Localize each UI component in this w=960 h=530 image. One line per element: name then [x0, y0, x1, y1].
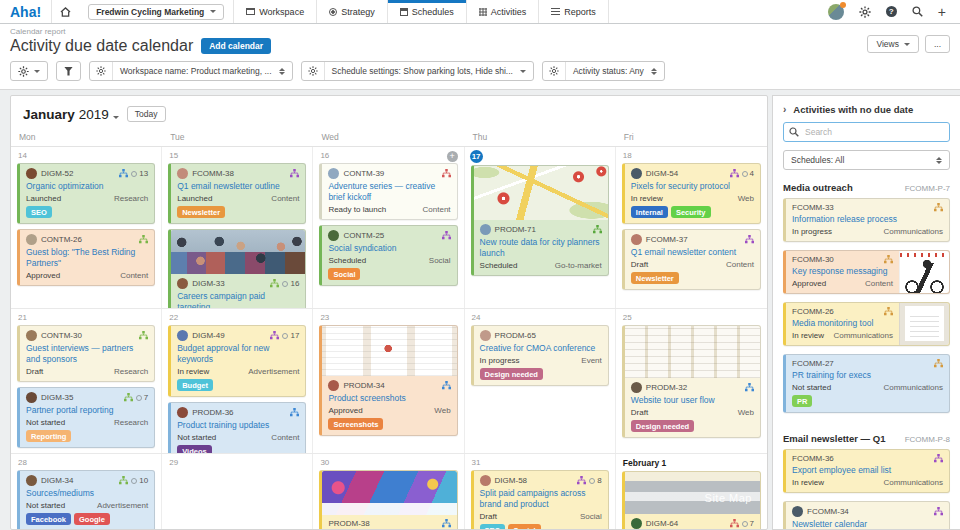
schedules-filter-select[interactable]: Schedules: All [783, 150, 950, 170]
card-prodm-65[interactable]: PRODM-65 Creative for CMOA conference In… [471, 325, 609, 386]
card-title-link[interactable]: Product training updates [177, 420, 299, 431]
card-digm-64[interactable]: Site Map DIGM-64 7 [622, 471, 761, 529]
card-prodm-32[interactable]: PRODM-32 Website tour user flow Draft We… [622, 325, 761, 438]
comment-count: 10 [131, 476, 148, 485]
card-prodm-38[interactable]: PRODM-38 [319, 470, 457, 529]
card-title-link[interactable]: Creative for CMOA conference [480, 343, 602, 354]
section-code: FCOMM-P-7 [905, 184, 950, 193]
avatar [328, 168, 339, 179]
card-title-link[interactable]: Organic optimization [26, 181, 148, 192]
tab-reports[interactable]: Reports [538, 0, 609, 23]
card-tags: Reporting [26, 430, 148, 442]
card-contm-26[interactable]: CONTM-26 Guest blog: "The Best Riding Pa… [17, 229, 155, 286]
calendar-day-cell[interactable]: 24 PRODM-65 Creative for CMOA conference… [465, 309, 616, 453]
user-avatar[interactable] [828, 4, 844, 20]
card-fcomm-26[interactable]: FCOMM-26 Media monitoring tool In review… [783, 302, 950, 346]
card-title-link[interactable]: Q1 email newsletter content [631, 247, 754, 258]
card-title-link[interactable]: Guest interviews — partners and sponsors [26, 343, 148, 365]
chevron-down-icon [904, 43, 910, 46]
settings-button[interactable] [859, 6, 871, 18]
card-title-link[interactable]: Q1 email newsletter outline [177, 181, 299, 192]
calendar-day-cell[interactable]: 31 DIGM-58 8 Split paid campaigns acro [465, 454, 616, 529]
card-title-link[interactable]: Guest blog: "The Best Riding Partners" [26, 247, 148, 269]
card-title-link[interactable]: New route data for city planners launch [480, 237, 602, 259]
filter-button[interactable] [56, 61, 81, 81]
calendar-day-cell[interactable]: 28 DIGM-34 10 Sources/mediums [11, 454, 162, 529]
calendar-day-cell[interactable]: 17 PRODM-71 New route data for city plan… [465, 147, 616, 308]
card-status: Scheduled [480, 261, 518, 270]
card-title-link[interactable]: Partner portal reporting [26, 405, 148, 416]
avatar [26, 168, 37, 179]
more-options-button[interactable]: ... [925, 35, 950, 53]
home-button[interactable] [51, 0, 79, 23]
today-button[interactable]: Today [127, 106, 166, 122]
card-prodm-34[interactable]: PRODM-34 Product screenshots Approved We… [319, 325, 457, 436]
card-fcomm-34[interactable]: FCOMM-34 Newsletter calendar In progress… [783, 501, 950, 529]
report-settings-button[interactable] [10, 61, 48, 81]
card-title-link[interactable]: Budget approval for new keywords [177, 343, 299, 365]
card-digm-34[interactable]: DIGM-34 10 Sources/mediums Not started A… [17, 470, 155, 529]
calendar-day-cell[interactable]: 18 DIGM-54 4 Pixels for security proto [616, 147, 767, 308]
card-digm-33[interactable]: DIGM-33 16 Careers campaign paid targeti… [168, 229, 306, 308]
card-title-link[interactable]: Information release process [792, 214, 943, 225]
calendar-day-cell[interactable]: 22 DIGM-49 17 Budget approval for new [162, 309, 313, 453]
card-title-link[interactable]: Adventure series — creative brief kickof… [328, 181, 450, 203]
card-title-link[interactable]: Product screenshots [328, 393, 450, 404]
card-title-link[interactable]: Newsletter calendar [792, 519, 943, 529]
calendar-day-cell[interactable]: 16 + CONTM-39 Adventure series — creativ… [313, 147, 464, 308]
calendar-day-cell[interactable]: 15 FCOMM-38 Q1 email newsletter outline … [162, 147, 313, 308]
calendar-day-cell[interactable]: 25 PRODM-32 Website tour user flow Draft… [616, 309, 767, 453]
help-icon[interactable]: ? [886, 6, 897, 17]
filter-chip-activity-status[interactable]: Activity status: Any [542, 61, 665, 81]
collapse-panel-icon[interactable]: › [783, 104, 786, 115]
card-title-link[interactable]: PR training for execs [792, 370, 943, 381]
card-contm-30[interactable]: CONTM-30 Guest interviews — partners and… [17, 325, 155, 382]
card-title-link[interactable]: Social syndication [328, 243, 450, 254]
calendar-day-cell[interactable]: 30 PRODM-38 [313, 454, 464, 529]
filter-chip-workspace-name[interactable]: Workspace name: Product marketing, ... [89, 61, 293, 81]
tab-schedules[interactable]: Schedules [387, 0, 466, 23]
card-digm-58[interactable]: DIGM-58 8 Split paid campaigns across br… [471, 470, 609, 529]
card-fcomm-36[interactable]: FCOMM-36 Export employee email list In r… [783, 449, 950, 493]
filter-chip-schedule-settings[interactable]: Schedule settings: Show parking lots, Hi… [301, 61, 534, 81]
card-fcomm-37[interactable]: FCOMM-37 Q1 email newsletter content Dra… [622, 229, 761, 290]
card-digm-49[interactable]: DIGM-49 17 Budget approval for new keywo… [168, 325, 306, 397]
calendar-day-cell[interactable]: 14 DIGM-52 13 Organic optimization [11, 147, 162, 308]
tab-workspace[interactable]: Workspace [233, 0, 316, 23]
tab-activities[interactable]: Activities [466, 0, 539, 23]
card-title-link[interactable]: Pixels for security protocol [631, 181, 754, 192]
add-calendar-button[interactable]: Add calendar [201, 38, 271, 54]
card-title-link[interactable]: Careers campaign paid targeting [177, 291, 299, 308]
calendar-day-cell[interactable]: 29 [162, 454, 313, 529]
workspace-selector[interactable]: Fredwin Cycling Marketing [88, 4, 224, 20]
views-button[interactable]: Views [867, 35, 919, 53]
card-prodm-71[interactable]: PRODM-71 New route data for city planner… [471, 165, 609, 276]
card-digm-52[interactable]: DIGM-52 13 Organic optimization Launched… [17, 163, 155, 224]
month-selector[interactable]: January 2019 [23, 107, 119, 122]
add-activity-icon[interactable]: + [447, 151, 458, 162]
card-fcomm-38[interactable]: FCOMM-38 Q1 email newsletter outline Lau… [168, 163, 306, 224]
card-title-link[interactable]: Sources/mediums [26, 488, 148, 499]
card-title-link[interactable]: Export employee email list [792, 465, 943, 476]
card-contm-39[interactable]: CONTM-39 Adventure series — creative bri… [319, 163, 457, 220]
calendar-day-cell[interactable]: 21 CONTM-30 Guest interviews — partners … [11, 309, 162, 453]
search-button[interactable] [912, 6, 923, 17]
card-title-link[interactable]: Media monitoring tool [792, 318, 893, 329]
card-fcomm-30[interactable]: FCOMM-30 Key response messaging Approved… [783, 250, 950, 294]
tab-strategy[interactable]: Strategy [316, 0, 387, 23]
card-fcomm-33[interactable]: FCOMM-33 Information release process In … [783, 198, 950, 242]
card-digm-35[interactable]: DIGM-35 7 Partner portal reporting Not s… [17, 387, 155, 448]
card-contm-25[interactable]: CONTM-25 Social syndication Scheduled So… [319, 225, 457, 286]
create-button[interactable]: + [938, 6, 946, 18]
card-status-row: Launched Research [26, 194, 148, 203]
card-tags: Budget [177, 379, 299, 391]
card-title-link[interactable]: Split paid campaigns across brand and pr… [480, 488, 602, 510]
calendar-day-cell[interactable]: 23 PRODM-34 Product screenshots Approved… [313, 309, 464, 453]
sidebar-search-input[interactable] [783, 122, 950, 142]
card-digm-54[interactable]: DIGM-54 4 Pixels for security protocol I… [622, 163, 761, 224]
card-fcomm-27[interactable]: FCOMM-27 PR training for execs Not start… [783, 354, 950, 413]
card-prodm-36[interactable]: PRODM-36 Product training updates Not st… [168, 402, 306, 453]
card-title-link[interactable]: Website tour user flow [631, 395, 754, 406]
calendar-day-cell[interactable]: February 1 Site Map DIGM-64 7 [616, 454, 767, 529]
card-title-link[interactable]: Key response messaging [792, 266, 893, 277]
